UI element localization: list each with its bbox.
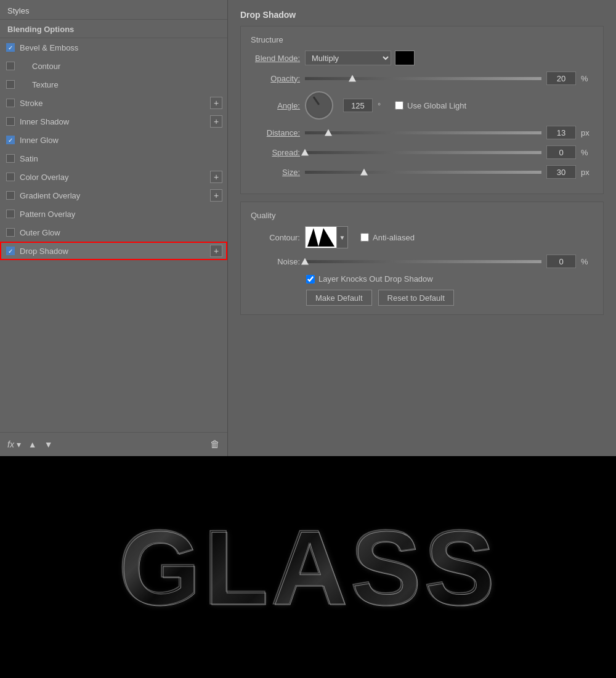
fx-icon[interactable]: fx ▾ bbox=[7, 439, 21, 449]
reset-to-default-button[interactable]: Reset to Default bbox=[378, 290, 454, 306]
structure-subtitle: Structure bbox=[251, 35, 593, 44]
anti-aliased-label[interactable]: Anti-aliased bbox=[360, 233, 415, 242]
sidebar-item-inner-shadow[interactable]: Inner Shadow+ bbox=[0, 112, 227, 131]
checkbox-pattern-overlay[interactable] bbox=[6, 210, 15, 218]
glass-text: GLASS bbox=[118, 508, 498, 626]
blend-mode-select[interactable]: Multiply Normal Screen Overlay bbox=[305, 51, 391, 65]
plus-btn-inner-shadow[interactable]: + bbox=[210, 115, 222, 128]
spread-slider[interactable] bbox=[305, 146, 541, 158]
spread-row: Spread: % bbox=[251, 145, 593, 159]
blend-mode-row: Blend Mode: Multiply Normal Screen Overl… bbox=[251, 51, 593, 65]
plus-btn-stroke[interactable]: + bbox=[210, 97, 222, 109]
contour-preview[interactable] bbox=[305, 226, 337, 248]
noise-unit: % bbox=[581, 257, 593, 266]
size-slider[interactable] bbox=[305, 166, 541, 178]
opacity-label: Opacity: bbox=[251, 74, 300, 83]
noise-input[interactable] bbox=[546, 255, 576, 268]
glass-text-wrapper: GLASS bbox=[118, 507, 498, 627]
angle-dial[interactable] bbox=[305, 91, 333, 120]
trash-icon[interactable]: 🗑 bbox=[210, 439, 220, 450]
opacity-row: Opacity: % bbox=[251, 71, 593, 85]
size-label: Size: bbox=[251, 168, 300, 177]
quality-subtitle: Quality bbox=[251, 211, 593, 220]
spread-label: Spread: bbox=[251, 148, 300, 157]
checkbox-stroke[interactable] bbox=[6, 99, 15, 107]
angle-input[interactable] bbox=[343, 99, 373, 112]
label-satin: Satin bbox=[20, 154, 38, 163]
noise-slider-knob[interactable] bbox=[301, 258, 309, 265]
layer-knocks-text: Layer Knocks Out Drop Shadow bbox=[318, 274, 433, 284]
sidebar-item-outer-glow[interactable]: Outer Glow bbox=[0, 223, 227, 242]
checkbox-satin[interactable] bbox=[6, 154, 15, 163]
panel-title: Drop Shadow bbox=[240, 10, 604, 20]
label-color-overlay: Color Overlay bbox=[20, 173, 68, 182]
spread-input[interactable] bbox=[546, 145, 576, 159]
contour-row: Contour: ▼ Anti-aliased bbox=[251, 226, 593, 248]
checkbox-inner-shadow[interactable] bbox=[6, 117, 15, 126]
distance-input[interactable] bbox=[546, 126, 576, 139]
opacity-slider[interactable] bbox=[305, 72, 541, 84]
sidebar-item-color-overlay[interactable]: Color Overlay+ bbox=[0, 168, 227, 186]
checkbox-color-overlay[interactable] bbox=[6, 173, 15, 181]
spread-slider-knob[interactable] bbox=[301, 149, 309, 156]
label-gradient-overlay: Gradient Overlay bbox=[20, 191, 80, 200]
label-texture: Texture bbox=[32, 80, 59, 89]
layer-knocks-row: Layer Knocks Out Drop Shadow bbox=[251, 274, 593, 284]
checkbox-inner-glow[interactable] bbox=[6, 136, 15, 144]
move-up-icon[interactable]: ▲ bbox=[28, 439, 37, 449]
checkbox-texture[interactable] bbox=[6, 80, 15, 89]
sidebar-item-texture[interactable]: Texture bbox=[0, 75, 227, 94]
layer-knocks-label[interactable]: Layer Knocks Out Drop Shadow bbox=[306, 274, 433, 284]
sidebar-item-gradient-overlay[interactable]: Gradient Overlay+ bbox=[0, 186, 227, 205]
quality-section: Quality Contour: ▼ Anti-aliased bbox=[240, 202, 604, 315]
sidebar-item-drop-shadow[interactable]: Drop Shadow+ bbox=[0, 242, 227, 260]
blend-mode-dropdown-container: Multiply Normal Screen Overlay bbox=[305, 51, 415, 65]
contour-dropdown-btn[interactable]: ▼ bbox=[337, 226, 348, 248]
plus-btn-color-overlay[interactable]: + bbox=[210, 171, 222, 183]
plus-btn-drop-shadow[interactable]: + bbox=[210, 245, 222, 257]
move-down-icon[interactable]: ▼ bbox=[44, 439, 53, 449]
action-buttons-row: Make Default Reset to Default bbox=[306, 290, 593, 306]
sidebar-item-contour[interactable]: Contour bbox=[0, 57, 227, 75]
anti-aliased-text: Anti-aliased bbox=[373, 233, 415, 242]
sidebar-item-inner-glow[interactable]: Inner Glow bbox=[0, 131, 227, 149]
opacity-slider-knob[interactable] bbox=[349, 75, 356, 82]
blend-mode-label: Blend Mode: bbox=[251, 54, 300, 63]
contour-label: Contour: bbox=[251, 233, 300, 242]
use-global-light-label[interactable]: Use Global Light bbox=[395, 101, 466, 110]
opacity-input[interactable] bbox=[546, 71, 576, 85]
checkbox-outer-glow[interactable] bbox=[6, 228, 15, 237]
shadow-color-swatch[interactable] bbox=[395, 51, 415, 65]
angle-row: Angle: ° Use Global Light bbox=[251, 91, 593, 120]
sidebar-item-bevel-emboss[interactable]: Bevel & Emboss bbox=[0, 38, 227, 57]
layer-knocks-checkbox[interactable] bbox=[306, 275, 315, 284]
label-contour: Contour bbox=[32, 62, 60, 71]
use-global-light-text: Use Global Light bbox=[407, 101, 466, 110]
distance-slider[interactable] bbox=[305, 126, 541, 139]
size-input[interactable] bbox=[546, 165, 576, 179]
label-inner-glow: Inner Glow bbox=[20, 136, 59, 145]
size-row: Size: px bbox=[251, 165, 593, 179]
sidebar-items-list: Bevel & EmbossContourTextureStroke+Inner… bbox=[0, 38, 227, 432]
use-global-light-checkbox[interactable] bbox=[395, 101, 403, 110]
anti-aliased-checkbox[interactable] bbox=[360, 233, 369, 242]
contour-svg bbox=[307, 228, 334, 247]
checkbox-gradient-overlay[interactable] bbox=[6, 191, 15, 200]
checkbox-bevel-emboss[interactable] bbox=[6, 43, 15, 52]
size-slider-knob[interactable] bbox=[360, 169, 368, 176]
checkbox-contour[interactable] bbox=[6, 62, 15, 70]
label-inner-shadow: Inner Shadow bbox=[20, 117, 69, 126]
sidebar-item-satin[interactable]: Satin bbox=[0, 149, 227, 168]
blending-options-title[interactable]: Blending Options bbox=[0, 20, 227, 38]
sidebar-item-stroke[interactable]: Stroke+ bbox=[0, 94, 227, 112]
distance-slider-knob[interactable] bbox=[325, 129, 332, 136]
sidebar-footer: fx ▾ ▲ ▼ 🗑 bbox=[0, 432, 227, 456]
structure-section: Structure Blend Mode: Multiply Normal Sc… bbox=[240, 26, 604, 194]
plus-btn-gradient-overlay[interactable]: + bbox=[210, 189, 222, 202]
sidebar: Styles Blending Options Bevel & EmbossCo… bbox=[0, 0, 228, 456]
make-default-button[interactable]: Make Default bbox=[306, 290, 372, 306]
sidebar-item-pattern-overlay[interactable]: Pattern Overlay bbox=[0, 205, 227, 223]
noise-slider[interactable] bbox=[305, 255, 541, 268]
label-outer-glow: Outer Glow bbox=[20, 228, 60, 237]
checkbox-drop-shadow[interactable] bbox=[6, 247, 15, 255]
